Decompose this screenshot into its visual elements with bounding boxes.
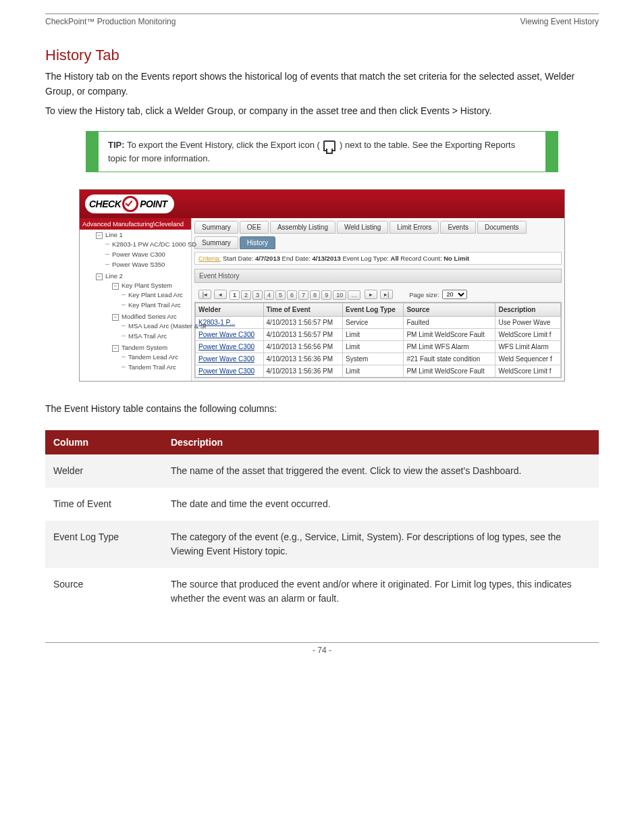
- intro-1: The History tab on the Events report sho…: [45, 70, 599, 99]
- cell: 4/10/2013 1:56:56 PM: [263, 341, 342, 353]
- running-right: Viewing Event History: [520, 17, 599, 26]
- screenshot: CHECK POINT Advanced Manufacturing\Cleve…: [79, 189, 565, 382]
- folder-icon[interactable]: −: [112, 345, 119, 352]
- tree-item[interactable]: Tandem Lead Arc: [128, 353, 178, 361]
- folder-icon[interactable]: −: [96, 232, 103, 239]
- pager-prev[interactable]: ◂: [214, 290, 227, 299]
- cell: Limit: [343, 341, 404, 353]
- pager-page[interactable]: 10: [333, 290, 346, 300]
- cell: 4/10/2013 1:56:36 PM: [263, 365, 342, 377]
- tree-item[interactable]: Tandem System: [122, 344, 167, 351]
- cell: Service: [343, 317, 404, 329]
- app-banner: CHECK POINT: [80, 190, 564, 218]
- cell: PM Limit WeldScore Fault: [404, 365, 495, 377]
- tip-bar-left: [86, 132, 99, 172]
- cell: Time of Event: [45, 488, 163, 521]
- tab-documents[interactable]: Documents: [477, 221, 527, 234]
- tree-item[interactable]: Key Plant Trail Arc: [128, 301, 181, 309]
- grid-header[interactable]: Source: [404, 303, 495, 317]
- logo-text-a: CHECK: [89, 199, 121, 209]
- tree-item[interactable]: Modified Series Arc: [122, 313, 177, 320]
- welder-link[interactable]: Power Wave C300: [196, 353, 264, 365]
- panel-header: Event History: [194, 269, 562, 283]
- intro-2: To view the History tab, click a Welder …: [45, 104, 599, 119]
- cell: 4/10/2013 1:56:57 PM: [263, 317, 342, 329]
- pager-page[interactable]: 4: [264, 290, 274, 300]
- tab-events[interactable]: Events: [440, 221, 476, 234]
- criteria-bar[interactable]: Criteria: Start Date: 4/7/2013 End Date:…: [194, 252, 562, 265]
- tree-item[interactable]: Line 1: [105, 231, 123, 238]
- tree-item[interactable]: K2803-1 PW AC/DC 1000 SD: [112, 240, 196, 248]
- tab-oee[interactable]: OEE: [240, 221, 269, 234]
- top-tabs: SummaryOEEAssembly ListingWeld ListingLi…: [194, 221, 562, 234]
- tab-summary[interactable]: Summary: [194, 221, 238, 234]
- tree-item[interactable]: Power Wave C300: [112, 251, 165, 258]
- column-description-table: Column Description WelderThe name of the…: [45, 430, 599, 615]
- cell: The date and time the event occurred.: [163, 488, 599, 521]
- cell: Weld Sequencer f: [495, 353, 561, 365]
- welder-link[interactable]: Power Wave C300: [196, 329, 264, 341]
- pager-page[interactable]: 8: [310, 290, 320, 300]
- cell: WeldScore Limit f: [495, 329, 561, 341]
- pager-first[interactable]: |◂: [198, 290, 211, 299]
- table-row: Power Wave C3004/10/2013 1:56:36 PMSyste…: [196, 353, 561, 365]
- asset-tree[interactable]: Advanced Manufacturing\Cleveland −Line 1…: [80, 218, 192, 381]
- pager-page[interactable]: 3: [252, 290, 263, 300]
- grid-header[interactable]: Description: [495, 303, 561, 317]
- cols-header-1: Description: [163, 430, 599, 454]
- folder-icon[interactable]: −: [96, 273, 103, 280]
- tree-item[interactable]: Tandem Trail Arc: [128, 363, 176, 371]
- folder-icon[interactable]: −: [112, 283, 119, 290]
- welder-link[interactable]: Power Wave C300: [196, 341, 264, 353]
- cols-intro: The Event History table contains the fol…: [45, 402, 599, 417]
- table-row: K2803-1 P...4/10/2013 1:56:57 PMServiceF…: [196, 317, 561, 329]
- pager-page[interactable]: 7: [298, 290, 308, 300]
- tip-line-1: To export the Event History, click the E…: [127, 140, 320, 150]
- tree-item[interactable]: Key Plant Lead Arc: [128, 291, 183, 298]
- app-logo: CHECK POINT: [85, 194, 174, 213]
- pager-page[interactable]: …: [348, 290, 360, 300]
- grid-header[interactable]: Time of Event: [263, 303, 342, 317]
- pager-page[interactable]: 6: [287, 290, 297, 300]
- tree-item[interactable]: MSA Lead Arc (Master & Sl: [128, 322, 206, 330]
- grid-header[interactable]: Event Log Type: [343, 303, 404, 317]
- print-icon: [323, 140, 336, 151]
- cell: WeldScore Limit f: [495, 365, 561, 377]
- tree-item[interactable]: Key Plant System: [122, 282, 172, 289]
- welder-link[interactable]: Power Wave C300: [196, 365, 264, 377]
- tab-assembly-listing[interactable]: Assembly Listing: [270, 221, 336, 234]
- cell: Source: [45, 568, 163, 615]
- sub-tabs: SummaryHistory: [194, 236, 562, 249]
- tree-item[interactable]: Power Wave S350: [112, 261, 165, 268]
- folder-icon[interactable]: −: [112, 314, 119, 321]
- cell: #21 Fault state condition: [404, 353, 495, 365]
- section-title: History Tab: [45, 47, 599, 64]
- tab-weld-listing[interactable]: Weld Listing: [337, 221, 388, 234]
- event-history-table: WelderTime of EventEvent Log TypeSourceD…: [195, 303, 561, 377]
- subtab-history[interactable]: History: [240, 236, 275, 249]
- tree-item[interactable]: Line 2: [105, 272, 123, 280]
- table-row: SourceThe source that produced the event…: [45, 568, 599, 615]
- pager-page[interactable]: 2: [241, 290, 251, 300]
- pager-last[interactable]: ▸|: [380, 290, 393, 299]
- pager-page[interactable]: 1: [230, 290, 240, 300]
- table-row: Power Wave C3004/10/2013 1:56:56 PMLimit…: [196, 341, 561, 353]
- cell: 4/10/2013 1:56:57 PM: [263, 329, 342, 341]
- tab-limit-errors[interactable]: Limit Errors: [390, 221, 439, 234]
- page-size-select[interactable]: 20: [442, 290, 467, 299]
- criteria-label: Criteria:: [198, 255, 221, 262]
- cols-header-0: Column: [45, 430, 163, 454]
- table-row: WelderThe name of the asset that trigger…: [45, 454, 599, 488]
- cell: System: [343, 353, 404, 365]
- cell: The name of the asset that triggered the…: [163, 454, 599, 488]
- subtab-summary[interactable]: Summary: [194, 236, 238, 249]
- tree-item[interactable]: MSA Trail Arc: [128, 332, 167, 340]
- pager-page[interactable]: 5: [275, 290, 286, 300]
- cell: Faulted: [404, 317, 495, 329]
- grid-header[interactable]: Welder: [196, 303, 264, 317]
- page-number: - 74 -: [313, 646, 331, 655]
- table-row: Power Wave C3004/10/2013 1:56:36 PMLimit…: [196, 365, 561, 377]
- pager-next[interactable]: ▸: [365, 290, 377, 299]
- pager-page[interactable]: 9: [321, 290, 331, 300]
- tree-root[interactable]: Advanced Manufacturing\Cleveland: [80, 218, 191, 230]
